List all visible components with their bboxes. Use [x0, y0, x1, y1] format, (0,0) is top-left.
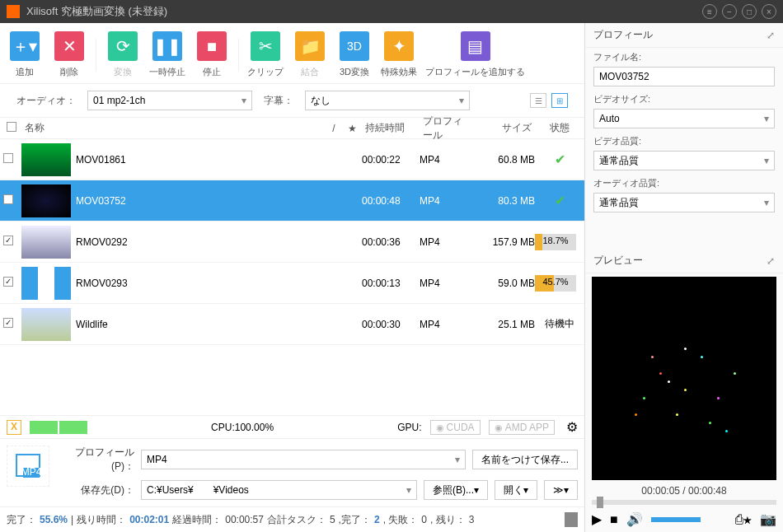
browse-button[interactable]: 参照(B)... ▾ — [424, 480, 488, 500]
cuda-button[interactable]: ◉ CUDA — [430, 420, 481, 435]
window-title: Xilisoft 究極動画変換 (未登録) — [26, 4, 697, 19]
file-name: Wildlife — [76, 319, 326, 330]
preview-scrubber[interactable] — [592, 500, 776, 505]
convert-button[interactable]: ⟳変換 — [105, 31, 141, 78]
dest-select[interactable]: C:¥Users¥ ¥Videos — [141, 480, 417, 500]
progress-bar: 45.7% — [535, 275, 576, 292]
add-button[interactable]: ＋▾追加 — [7, 31, 43, 78]
thumbnail — [21, 267, 71, 300]
video-size-select[interactable]: Auto — [593, 109, 775, 128]
minimize-button[interactable]: − — [722, 4, 737, 19]
row-checkbox[interactable] — [3, 318, 13, 328]
view-detail-icon[interactable]: ⊞ — [551, 93, 568, 108]
profile: MP4 — [420, 319, 469, 330]
cancel-all-button[interactable]: X — [7, 420, 21, 435]
merge-button[interactable]: 📁結合 — [292, 31, 328, 78]
preview-pane-title: プレビュー — [593, 254, 643, 268]
audio-label: オーディオ： — [16, 94, 76, 108]
volume-slider[interactable] — [651, 517, 701, 522]
subtitle-label: 字幕： — [264, 94, 293, 108]
file-name: RMOV0292 — [76, 236, 326, 248]
status-ok-icon: ✔ — [555, 194, 565, 208]
table-row[interactable]: MOV0186100:00:22MP460.8 MB✔ — [0, 139, 584, 180]
preview-video[interactable] — [592, 277, 776, 480]
select-all-checkbox[interactable] — [7, 122, 16, 132]
table-row[interactable]: RMOV029300:00:13MP459.0 MB45.7% — [0, 263, 584, 304]
audio-select[interactable]: 01 mp2-1ch — [87, 91, 252, 110]
snapshot-export-icon[interactable]: ⎙★ — [735, 512, 752, 527]
file-size: 25.1 MB — [469, 319, 535, 330]
effects-button[interactable]: ✦特殊効果 — [381, 31, 417, 78]
file-size: 80.3 MB — [469, 195, 535, 207]
profile-pane-title: プロフィール — [593, 28, 653, 42]
audio-quality-select[interactable]: 通常品質 — [593, 193, 775, 212]
thumbnail — [21, 308, 71, 341]
thumbnail — [21, 184, 71, 217]
duration: 00:00:48 — [362, 195, 420, 207]
file-name: MOV03752 — [76, 195, 326, 207]
row-checkbox[interactable] — [3, 194, 13, 204]
profile: MP4 — [420, 195, 469, 207]
subtitle-select[interactable]: なし — [305, 91, 470, 110]
camera-icon[interactable]: 📷 — [760, 511, 776, 527]
profile-select[interactable]: MP4 — [141, 450, 466, 469]
table-row[interactable]: RMOV029200:00:36MP4157.9 MB18.7% — [0, 222, 584, 263]
profile: MP4 — [420, 236, 469, 248]
progress-bar: 18.7% — [535, 234, 576, 250]
pause-button[interactable]: ❚❚一時停止 — [149, 31, 185, 78]
row-checkbox[interactable] — [3, 153, 13, 163]
activity-bars — [30, 421, 87, 434]
clip-button[interactable]: ✂クリップ — [247, 31, 284, 78]
table-row[interactable]: Wildlife00:00:30MP425.1 MB待機中 — [0, 304, 584, 345]
video-quality-select[interactable]: 通常品質 — [593, 151, 775, 170]
3d-button[interactable]: 3D3D変換 — [336, 31, 373, 78]
duration: 00:00:22 — [362, 154, 420, 166]
svg-text:MP4: MP4 — [21, 466, 42, 478]
save-as-button[interactable]: 名前をつけて保存... — [472, 450, 578, 469]
list-toggle-icon[interactable] — [565, 512, 578, 527]
format-icon: MP4 — [7, 446, 49, 487]
status-ok-icon: ✔ — [555, 152, 565, 166]
gear-icon[interactable]: ⚙ — [566, 419, 578, 435]
duration: 00:00:30 — [362, 319, 420, 330]
file-size: 157.9 MB — [469, 236, 535, 248]
menu-button[interactable]: ≡ — [702, 4, 717, 19]
cpu-usage: CPU:100.00% — [96, 422, 389, 433]
row-checkbox[interactable] — [3, 236, 13, 245]
preview-expand-icon[interactable]: ⤢ — [767, 255, 775, 267]
filename-input[interactable]: MOV03752 — [593, 67, 775, 86]
thumbnail — [21, 143, 71, 176]
profile: MP4 — [420, 278, 469, 289]
maximize-button[interactable]: □ — [742, 4, 757, 19]
more-button[interactable]: ≫ ▾ — [544, 480, 578, 500]
file-size: 59.0 MB — [469, 278, 535, 289]
preview-time: 00:00:05 / 00:00:48 — [585, 483, 783, 498]
app-logo — [7, 5, 20, 18]
amd-button[interactable]: ◉ AMD APP — [489, 420, 555, 435]
gpu-label: GPU: — [397, 422, 421, 433]
table-row[interactable]: MOV0375200:00:48MP480.3 MB✔ — [0, 180, 584, 222]
volume-icon[interactable]: 🔊 — [626, 511, 643, 527]
duration: 00:00:36 — [362, 236, 420, 248]
thumbnail — [21, 226, 71, 259]
profile-label: プロフィール(P)： — [56, 446, 134, 474]
stop-icon[interactable]: ■ — [610, 512, 618, 527]
open-button[interactable]: 開く ▾ — [495, 480, 537, 500]
duration: 00:00:13 — [362, 278, 420, 289]
dest-label: 保存先(D)： — [56, 483, 134, 497]
close-button[interactable]: × — [762, 4, 776, 19]
play-icon[interactable]: ▶ — [592, 511, 602, 527]
status-wait: 待機中 — [545, 318, 574, 329]
toolbar: ＋▾追加 ✕削除 ⟳変換 ❚❚一時停止 ■停止 ✂クリップ 📁結合 3D3D変換… — [0, 23, 584, 84]
profile: MP4 — [420, 154, 469, 166]
profile-expand-icon[interactable]: ⤢ — [767, 30, 775, 41]
stop-button[interactable]: ■停止 — [194, 31, 230, 78]
file-name: MOV01861 — [76, 154, 326, 166]
table-header: 名称 / ★ 持続時間 プロフィール サイズ 状態 — [0, 118, 584, 139]
add-profile-button[interactable]: ▤プロフィールを追加する — [425, 31, 525, 78]
file-size: 60.8 MB — [469, 154, 535, 166]
delete-button[interactable]: ✕削除 — [51, 31, 87, 78]
status-bar: 完了：55.6%| 残り時間：00:02:01 経過時間：00:00:57 合計… — [0, 506, 584, 532]
row-checkbox[interactable] — [3, 277, 13, 287]
view-list-icon[interactable]: ☰ — [530, 93, 546, 108]
